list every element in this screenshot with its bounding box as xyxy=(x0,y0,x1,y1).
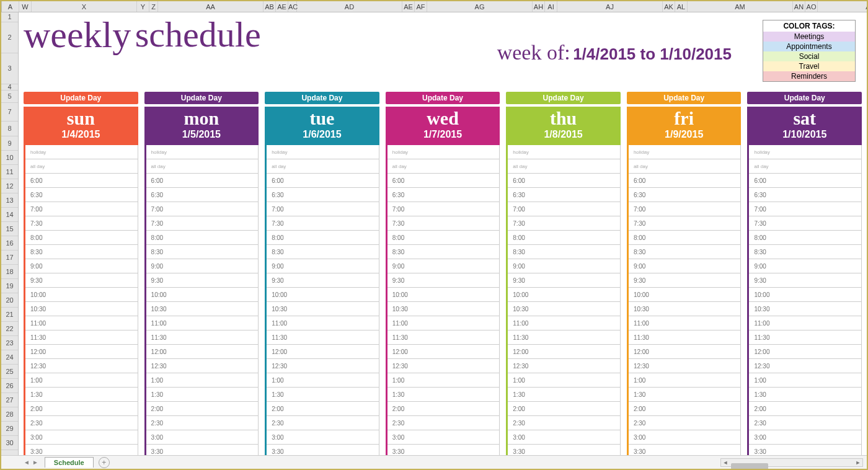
column-header[interactable]: X xyxy=(32,1,137,12)
update-day-button[interactable]: Update Day xyxy=(265,92,379,104)
time-slot[interactable]: 9:00 xyxy=(267,259,379,273)
time-slot[interactable]: 1:30 xyxy=(25,388,138,402)
time-slot[interactable]: 7:00 xyxy=(749,202,861,216)
time-slot[interactable]: 11:00 xyxy=(749,316,861,330)
row-header[interactable]: 15 xyxy=(1,222,18,236)
column-header[interactable]: AK xyxy=(663,1,675,12)
column-header[interactable]: AC xyxy=(288,1,297,12)
time-slot[interactable]: 1:30 xyxy=(629,388,741,402)
time-slot[interactable]: 12:30 xyxy=(508,359,620,373)
time-slot[interactable]: 9:00 xyxy=(749,259,861,273)
row-header[interactable]: 28 xyxy=(1,407,18,422)
time-slot[interactable]: 12:30 xyxy=(749,359,861,373)
time-slot[interactable]: 10:30 xyxy=(25,302,138,316)
time-slot[interactable]: 8:00 xyxy=(388,231,500,245)
time-slot[interactable]: 10:30 xyxy=(508,302,620,316)
time-slot[interactable]: 11:00 xyxy=(146,316,259,330)
row-header[interactable]: 16 xyxy=(1,236,18,251)
time-slot[interactable]: 9:30 xyxy=(267,273,379,288)
time-slot[interactable]: 6:30 xyxy=(749,188,861,202)
row-header[interactable]: 24 xyxy=(1,350,18,365)
update-day-button[interactable]: Update Day xyxy=(506,92,621,104)
time-slot[interactable]: 12:00 xyxy=(388,345,500,359)
time-slot[interactable]: 6:30 xyxy=(25,188,138,202)
time-slot[interactable]: 9:00 xyxy=(508,259,620,273)
time-slot[interactable]: 6:30 xyxy=(388,188,500,202)
column-header[interactable]: AJ xyxy=(557,1,663,12)
time-slot[interactable]: 1:00 xyxy=(388,373,500,388)
column-header[interactable]: AF xyxy=(415,1,427,12)
time-slot[interactable]: 12:00 xyxy=(146,345,259,359)
time-slot[interactable]: 10:00 xyxy=(146,288,259,302)
column-header[interactable]: AO xyxy=(805,1,818,12)
time-slot[interactable]: 7:00 xyxy=(388,202,500,216)
time-slot[interactable]: 8:30 xyxy=(146,245,259,259)
time-slot[interactable]: 7:30 xyxy=(388,216,500,231)
time-slot[interactable]: 11:30 xyxy=(146,330,259,345)
time-slot[interactable]: 11:30 xyxy=(508,330,620,345)
time-slot[interactable]: 6:00 xyxy=(508,174,620,188)
update-day-button[interactable]: Update Day xyxy=(24,92,138,104)
time-slot[interactable]: all day xyxy=(508,159,620,174)
tab-prev-icon[interactable]: ◄ xyxy=(24,459,30,466)
update-day-button[interactable]: Update Day xyxy=(747,92,862,104)
time-slot[interactable]: 11:00 xyxy=(388,316,500,330)
row-header[interactable]: 12 xyxy=(1,179,18,193)
time-slot[interactable]: holiday xyxy=(146,145,259,159)
time-slot[interactable]: 9:00 xyxy=(388,259,500,273)
column-header[interactable]: A xyxy=(2,1,19,12)
time-slot[interactable]: 7:00 xyxy=(146,202,259,216)
time-slot[interactable]: 10:30 xyxy=(146,302,259,316)
row-header[interactable]: 8 xyxy=(1,122,18,136)
time-slot[interactable]: 2:00 xyxy=(629,402,741,416)
time-slot[interactable]: 10:00 xyxy=(388,288,500,302)
time-slot[interactable]: 3:00 xyxy=(629,430,741,445)
time-slot[interactable]: 8:30 xyxy=(508,245,620,259)
scroll-left-icon[interactable]: ◄ xyxy=(721,459,730,466)
time-slot[interactable]: 2:00 xyxy=(388,402,500,416)
time-slot[interactable]: 11:00 xyxy=(25,316,138,330)
row-header[interactable]: 13 xyxy=(1,193,18,208)
time-slot[interactable]: 6:00 xyxy=(749,174,861,188)
time-slot[interactable]: 1:00 xyxy=(267,373,379,388)
time-slot[interactable]: 10:00 xyxy=(749,288,861,302)
time-slot[interactable]: holiday xyxy=(388,145,500,159)
time-slot[interactable]: 9:00 xyxy=(629,259,741,273)
time-slot[interactable]: 11:30 xyxy=(267,330,379,345)
time-slot[interactable]: 6:00 xyxy=(146,174,259,188)
scroll-right-icon[interactable]: ► xyxy=(854,459,862,466)
row-header[interactable]: 14 xyxy=(1,208,18,222)
time-slot[interactable]: 12:00 xyxy=(25,345,138,359)
time-slot[interactable]: 3:00 xyxy=(508,430,620,445)
row-header[interactable]: 3 xyxy=(1,53,18,84)
row-header[interactable]: 20 xyxy=(1,293,18,308)
time-slot[interactable]: 11:00 xyxy=(267,316,379,330)
time-slot[interactable]: all day xyxy=(267,159,379,174)
time-slot[interactable]: 9:30 xyxy=(629,273,741,288)
time-slot[interactable]: 12:30 xyxy=(267,359,379,373)
row-header[interactable]: 2 xyxy=(1,22,18,53)
column-header[interactable]: AE xyxy=(402,1,415,12)
time-slot[interactable]: 12:00 xyxy=(749,345,861,359)
time-slot[interactable]: 8:30 xyxy=(267,245,379,259)
row-header[interactable]: 18 xyxy=(1,265,18,279)
time-slot[interactable]: 2:00 xyxy=(25,402,138,416)
time-slot[interactable]: 6:30 xyxy=(629,188,741,202)
time-slot[interactable]: 7:30 xyxy=(146,216,259,231)
time-slot[interactable]: 10:30 xyxy=(749,302,861,316)
time-slot[interactable]: 1:30 xyxy=(508,388,620,402)
update-day-button[interactable]: Update Day xyxy=(627,92,742,104)
time-slot[interactable]: 7:00 xyxy=(25,202,138,216)
time-slot[interactable]: 8:00 xyxy=(25,231,138,245)
time-slot[interactable]: 7:00 xyxy=(267,202,379,216)
time-slot[interactable]: 6:00 xyxy=(388,174,500,188)
time-slot[interactable]: 10:30 xyxy=(388,302,500,316)
time-slot[interactable]: 7:30 xyxy=(25,216,138,231)
scroll-thumb[interactable] xyxy=(731,463,768,469)
time-slot[interactable]: 11:30 xyxy=(388,330,500,345)
time-slot[interactable]: 10:30 xyxy=(629,302,741,316)
time-slot[interactable]: 11:30 xyxy=(749,330,861,345)
column-header[interactable]: AE xyxy=(276,1,288,12)
time-slot[interactable]: 2:00 xyxy=(508,402,620,416)
time-slot[interactable]: 9:30 xyxy=(508,273,620,288)
